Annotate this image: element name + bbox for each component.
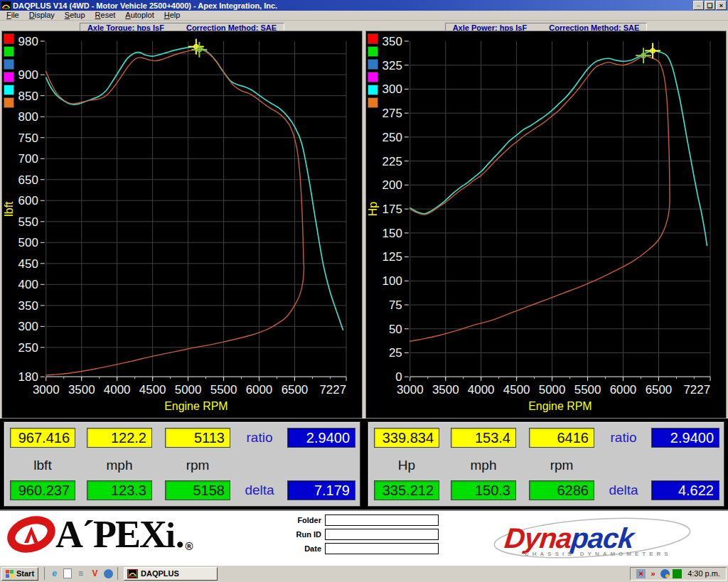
x-tick-label: 3000 [397,383,424,397]
legend-swatch [4,97,14,108]
x-tick-label: 4500 [503,383,530,397]
restore-button[interactable]: ❏ [705,1,715,10]
y-tick-label: 350 [382,35,402,48]
y-tick-label: 450 [18,257,38,271]
apex-i-glyph: i. [166,514,184,556]
power-previous-run [410,55,670,341]
x-tick-label: 4000 [104,383,131,397]
peak-power-rpm: 6416 [529,428,594,448]
y-tick-label: 700 [18,152,38,166]
y-tick-label: 400 [18,278,38,291]
y-tick-label: 50 [389,323,402,336]
document-icon[interactable] [63,568,72,578]
x-tick-label: 7227 [683,383,710,397]
menu-help[interactable]: Help [159,11,186,20]
menu-setup[interactable]: Setup [60,11,90,20]
dynapack-subtitle: CHASSIS DYNAMOMETERS [525,551,672,557]
x-tick-label: 6000 [610,383,637,397]
run-id-input[interactable] [325,529,439,540]
registered-mark: ® [185,540,193,552]
peak-marker [191,42,207,58]
current-power-rpm: 6286 [529,480,594,500]
mph-unit-label: mph [451,456,516,475]
menu-autoplot[interactable]: Autoplot [120,11,159,20]
ratio-value: 2.9400 [651,428,719,448]
network-error-icon[interactable]: × [636,569,646,578]
x-tick-label: 3500 [432,383,459,397]
charts-area: Axle Torque: hps IsF Correction Method: … [0,21,728,419]
y-tick-label: 300 [382,82,402,96]
title-bar: DAQPLUS V14 (4WD - Motor Vehicle 2500+40… [0,0,728,11]
daqplus-task-button[interactable]: DAQPLUS [124,567,218,581]
system-tray: × » 4:30 p.m. [630,567,727,581]
y-tick-label: 550 [18,215,38,229]
apex-wordmark: A´PEX [55,512,166,556]
minimize-button[interactable]: _ [693,1,704,10]
power-chart-header: Axle Power: hps IsF Correction Method: S… [364,21,728,31]
y-tick-label: 150 [382,227,402,240]
rpm-unit-label: rpm [165,456,230,475]
x-tick-label: 6500 [282,383,309,397]
power-chart[interactable]: 3503253002752502252001751501251007550250… [365,31,727,419]
y-tick-label: 100 [382,274,402,288]
x-axis-title: Engine RPM [164,400,228,412]
y-tick-label: 300 [18,320,38,333]
stack-icon[interactable]: ≡ [75,568,86,579]
menu-display[interactable]: Display [24,11,60,20]
dynapack-word-red: Dyna [503,522,573,554]
window-title: DAQPLUS V14 (4WD - Motor Vehicle 2500+40… [13,1,692,11]
x-tick-label: 6500 [646,383,673,397]
power-current-run [410,50,707,245]
power-plot[interactable]: 3503253002752502252001751501251007550250… [366,31,726,418]
legend-swatch [368,59,378,70]
y-tick-label: 325 [382,59,402,72]
date-label: Date [287,544,321,553]
status-square-icon[interactable] [673,569,682,578]
torque-readout-panel: 967.416 122.2 5113 lbft mph rpm 960.237 … [4,421,360,507]
fast-forward-icon[interactable]: » [648,569,658,578]
windows-logo-icon [6,570,14,578]
run-color-legend [368,33,378,108]
y-tick-label: 800 [18,110,38,124]
legend-swatch [368,46,378,57]
legend-swatch [368,33,378,44]
winamp-icon[interactable]: V [90,568,100,579]
delta-value: 4.622 [651,480,719,500]
globe-status-icon[interactable] [660,569,670,578]
close-button[interactable]: × [716,1,727,10]
menu-file[interactable]: File [1,11,24,20]
current-torque-value: 960.237 [10,480,75,500]
x-tick-label: 4500 [139,383,166,397]
date-input[interactable] [325,543,439,554]
x-tick-label: 5500 [210,383,237,397]
legend-swatch [4,59,14,70]
y-tick-label: 250 [18,341,38,355]
torque-chart-panel: Axle Torque: hps IsF Correction Method: … [0,21,364,419]
internet-explorer-icon[interactable]: e [49,568,60,579]
peak-torque-mph: 122.2 [87,428,152,448]
y-tick-label: 750 [18,131,38,145]
x-tick-label: 3000 [33,383,60,397]
daqplus-app-icon[interactable] [1,1,11,10]
messenger-icon[interactable] [104,569,113,578]
power-chart-panel: Axle Power: hps IsF Correction Method: S… [364,21,728,419]
start-button[interactable]: Start [1,567,38,581]
x-tick-label: 7227 [319,383,346,397]
folder-input[interactable] [325,514,439,526]
x-tick-label: 5500 [574,383,601,397]
menu-bar: FileDisplaySetupResetAutoplotHelp [0,11,728,21]
y-axis-title: lbft [3,201,15,217]
legend-swatch [4,72,14,82]
dynapack-logo: Dynapack CHASSIS DYNAMOMETERS [489,517,695,561]
torque-plot[interactable]: 9809008508007507006506005505004504003503… [2,31,362,418]
menu-reset[interactable]: Reset [90,11,121,20]
peak-power-value: 339.834 [374,428,439,448]
y-tick-label: 900 [18,68,38,82]
torque-chart[interactable]: 9809008508007507006506005505004504003503… [1,31,363,419]
y-tick-label: 500 [18,236,38,249]
legend-swatch [4,33,14,44]
daqplus-app-icon [127,569,138,578]
peak-power-mph: 153.4 [451,428,516,448]
torque-current-run [46,47,343,330]
x-tick-label: 5000 [175,383,202,397]
